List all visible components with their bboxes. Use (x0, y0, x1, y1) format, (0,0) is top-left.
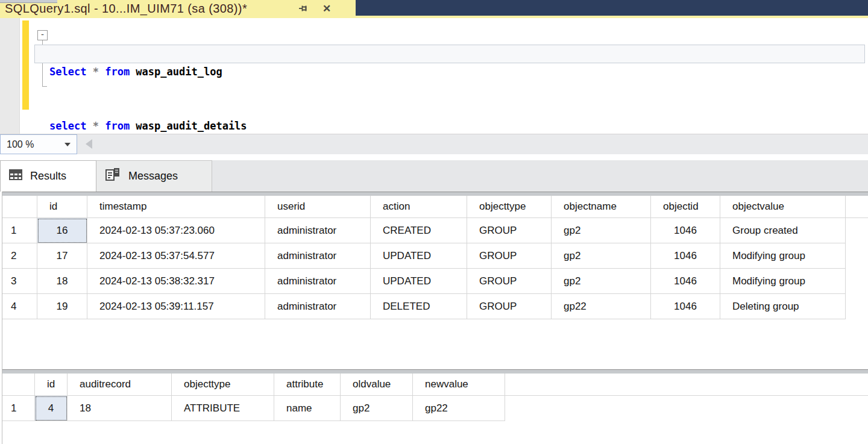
grid-header-filler (505, 374, 868, 396)
collapse-region-toggle[interactable]: - (37, 30, 48, 40)
sql-token (86, 66, 92, 78)
pin-icon[interactable] (298, 4, 310, 14)
grid-cell[interactable]: administrator (265, 269, 371, 294)
editor-indicator-margin (0, 18, 20, 134)
grid-cell[interactable]: 1046 (651, 269, 720, 294)
row-header[interactable]: 1 (2, 396, 35, 421)
grid-cell[interactable]: CREATED (371, 218, 467, 243)
grid-cell[interactable]: 2024-02-13 05:39:11.157 (87, 294, 265, 319)
grid-cell[interactable]: UPDATED (371, 269, 467, 294)
grid-cell[interactable]: Deleting group (720, 294, 846, 319)
sql-token (99, 66, 105, 78)
grid-cell[interactable]: Modifying group (720, 269, 846, 294)
grid-cell[interactable]: 1046 (651, 218, 720, 243)
column-header-objectname[interactable]: objectname (552, 196, 651, 218)
grid-cell[interactable]: gp2 (552, 218, 651, 243)
messages-document-icon (105, 167, 121, 185)
chevron-down-icon (64, 143, 71, 146)
grid-cell[interactable]: 2024-02-13 05:38:32.317 (87, 269, 265, 294)
grid-cell[interactable]: gp22 (552, 294, 651, 319)
tab-messages-label: Messages (128, 170, 178, 183)
results-grid-audit-log: idtimestampuseridactionobjecttypeobjectn… (2, 192, 868, 369)
grid-cell[interactable]: GROUP (467, 294, 552, 319)
grid-cell[interactable]: 1046 (651, 294, 720, 319)
grid-cell[interactable]: 4 (35, 396, 68, 421)
grid-cell[interactable]: GROUP (467, 269, 552, 294)
column-header-timestamp[interactable]: timestamp (87, 196, 265, 218)
column-header-id[interactable]: id (35, 374, 68, 396)
sql-token: * (93, 66, 99, 78)
grid-cell[interactable]: administrator (265, 294, 371, 319)
sql-editor-surface[interactable]: - Select * from wasp_audit_log select * … (0, 18, 868, 134)
sql-token: Select (49, 66, 86, 78)
grid-cell[interactable]: 16 (37, 218, 87, 243)
grid-cell[interactable]: name (274, 396, 341, 421)
zoom-level-value: 100 % (7, 139, 64, 150)
column-header-userid[interactable]: userid (265, 196, 371, 218)
grid-cell[interactable]: gp2 (552, 243, 651, 269)
tab-results[interactable]: Results (0, 160, 96, 192)
grid-cell[interactable]: gp22 (413, 396, 505, 421)
grid-cell[interactable]: 1046 (651, 243, 720, 269)
column-header-newvalue[interactable]: newvalue (413, 374, 505, 396)
sql-token: from (105, 66, 130, 78)
row-header[interactable]: 1 (2, 218, 37, 243)
row-header[interactable]: 4 (2, 294, 37, 319)
sql-token: from (105, 120, 130, 132)
horizontal-scrollbar[interactable]: 100 % (0, 134, 868, 154)
grid-cell[interactable]: 18 (37, 269, 87, 294)
grid-cell[interactable]: GROUP (467, 243, 552, 269)
results-pane-tab-strip: Results Messages (0, 160, 868, 192)
sql-token: wasp_audit_log (130, 66, 222, 78)
toolbar-edge-fragment (0, 0, 57, 3)
column-header-id[interactable]: id (37, 196, 87, 218)
row-header[interactable]: 2 (2, 243, 37, 269)
column-header-action[interactable]: action (371, 196, 467, 218)
table-row: 4192024-02-13 05:39:11.157administratorD… (2, 294, 868, 319)
column-header-oldvalue[interactable]: oldvalue (341, 374, 413, 396)
grid-cell[interactable]: 2024-02-13 05:37:23.060 (87, 218, 265, 243)
results-grid-icon (9, 169, 22, 183)
select-all-corner[interactable] (2, 196, 37, 218)
table-row: 1418ATTRIBUTEnamegp2gp22 (2, 396, 868, 421)
column-header-objectvalue[interactable]: objectvalue (720, 196, 846, 218)
grid-cell[interactable]: gp2 (341, 396, 413, 421)
table-row: 2172024-02-13 05:37:54.577administratorU… (2, 243, 868, 269)
sql-token (99, 120, 105, 132)
column-header-auditrecord[interactable]: auditrecord (68, 374, 172, 396)
column-header-objecttype[interactable]: objecttype (467, 196, 552, 218)
grid-cell[interactable]: Modifying group (720, 243, 846, 269)
results-grid-audit-details: idauditrecordobjecttypeattributeoldvalue… (2, 369, 868, 444)
grid-cell[interactable]: gp2 (552, 269, 651, 294)
grid-cell[interactable]: GROUP (467, 218, 552, 243)
grid-cell[interactable]: 19 (37, 294, 87, 319)
grid-header-row: idauditrecordobjecttypeattributeoldvalue… (2, 374, 868, 396)
grid-header-row: idtimestampuseridactionobjecttypeobjectn… (2, 196, 868, 218)
sql-token: * (93, 120, 99, 132)
row-header[interactable]: 3 (2, 269, 37, 294)
column-header-attribute[interactable]: attribute (274, 374, 341, 396)
close-icon[interactable]: ✕ (321, 4, 333, 14)
tab-messages[interactable]: Messages (96, 160, 212, 192)
sql-line: Select * from wasp_audit_log (49, 63, 247, 81)
grid-cell[interactable]: administrator (265, 218, 371, 243)
grid-cell[interactable]: administrator (265, 243, 371, 269)
grid-cell[interactable]: 18 (68, 396, 172, 421)
zoom-dropdown[interactable]: 100 % (0, 134, 77, 154)
grid-cell[interactable]: 2024-02-13 05:37:54.577 (87, 243, 265, 269)
grid-top-strip (2, 192, 868, 196)
grid-cell[interactable]: ATTRIBUTE (172, 396, 274, 421)
column-header-objectid[interactable]: objectid (651, 196, 720, 218)
grid-cell[interactable]: UPDATED (371, 243, 467, 269)
table-row: 1162024-02-13 05:37:23.060administratorC… (2, 218, 868, 243)
grid-cell[interactable]: 17 (37, 243, 87, 269)
select-all-corner[interactable] (2, 374, 35, 396)
grid-top-strip (2, 369, 868, 374)
column-header-objecttype[interactable]: objecttype (172, 374, 274, 396)
grid-cell[interactable]: Group created (720, 218, 846, 243)
tab-results-label: Results (30, 170, 66, 183)
scroll-left-arrow-icon[interactable] (86, 139, 92, 149)
table-row: 3182024-02-13 05:38:32.317administratorU… (2, 269, 868, 294)
track-changes-bar (22, 20, 29, 110)
grid-cell[interactable]: DELETED (371, 294, 467, 319)
